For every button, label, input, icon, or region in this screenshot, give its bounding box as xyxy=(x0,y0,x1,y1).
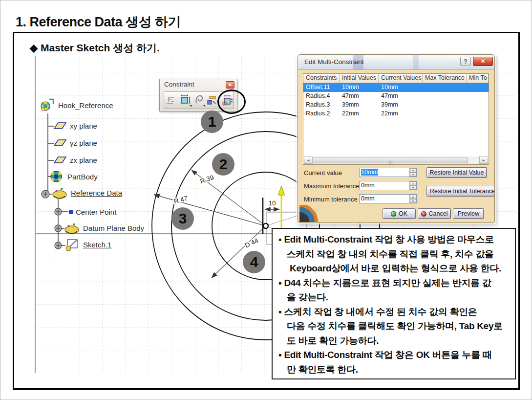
notes-panel: ▪ Edit Multi-Constraint 작업 창 사용 방법은 마우스로… xyxy=(272,228,516,379)
dialog-titlebar[interactable]: Edit Multi-Constraint ? ✕ xyxy=(298,55,494,70)
max-tolerance-label: Maximum tolerance xyxy=(304,182,359,190)
tree-item-zx-plane[interactable]: zx plane xyxy=(52,155,97,165)
restore-initial-tolerances-button[interactable]: Restore Initial Tolerances xyxy=(427,186,495,196)
max-tolerance-input[interactable]: 0mm ▲▼ xyxy=(359,181,417,190)
tree-item-hook-reference[interactable]: Hook_Reference xyxy=(39,97,113,113)
dropdown-caret-icon xyxy=(203,105,205,107)
contact-constraint-icon[interactable] xyxy=(192,93,205,107)
col-header-min-tolerance[interactable]: Min To xyxy=(467,74,489,83)
point-icon xyxy=(69,210,73,214)
help-button[interactable]: ? xyxy=(460,57,471,66)
table-row[interactable]: Radius.4 47mm 47mm xyxy=(303,92,489,101)
constraints-dialog-icon[interactable] xyxy=(179,93,192,107)
note-line: 만 확인토록 한다. xyxy=(273,362,512,377)
spinner-down-icon[interactable]: ▼ xyxy=(410,199,416,203)
constraints-table: Constraints Initial Values Current Value… xyxy=(303,73,489,165)
tree-item-center-point[interactable]: Center Point xyxy=(69,208,116,216)
horizontal-scrollbar[interactable]: ◄ ||| ► xyxy=(304,156,488,164)
green-dot-icon xyxy=(391,211,396,217)
geometrical-set-icon xyxy=(51,185,68,200)
dialog-close-button[interactable]: ✕ xyxy=(473,57,493,66)
tree-item-yz-plane[interactable]: yz plane xyxy=(52,138,97,148)
table-row[interactable]: Offset.11 10mm 10mm xyxy=(303,83,489,92)
note-line: 다음 수정 치수를 클릭해도 확인 가능하며, Tab Key로 xyxy=(273,319,512,333)
table-row[interactable]: Radius.2 22mm 22mm xyxy=(303,110,489,118)
callout-2: 2 xyxy=(212,153,234,176)
part-icon xyxy=(39,97,56,113)
callout-4: 4 xyxy=(243,251,265,273)
table-row[interactable]: Radius.3 39mm 39mm xyxy=(303,101,489,110)
callout-1: 1 xyxy=(201,111,223,133)
note-line: 을 갖는다. xyxy=(273,290,512,305)
tree-item-xy-plane[interactable]: xy plane xyxy=(52,121,97,131)
tree-item-datum-plane-body[interactable]: Datum Plane Body xyxy=(63,221,144,235)
center-point-marker xyxy=(263,223,268,228)
restore-initial-value-button[interactable]: Restore Initial Value xyxy=(427,168,487,178)
body-gear-icon xyxy=(48,169,65,184)
grip-icon: ||| xyxy=(388,160,393,164)
spinner-up-icon[interactable]: ▲ xyxy=(410,195,416,199)
preview-button[interactable]: Preview xyxy=(453,209,484,219)
ok-button[interactable]: OK xyxy=(383,209,415,219)
red-dot-icon xyxy=(421,211,426,217)
dropdown-caret-icon xyxy=(190,105,192,107)
note-line: ▪ D44 치수는 지름으로 표현 되지만 실제는 반지름 값 xyxy=(273,276,512,290)
plane-icon xyxy=(52,138,67,148)
spinner-down-icon[interactable]: ▼ xyxy=(410,173,416,177)
tree-item-partbody[interactable]: PartBody xyxy=(48,169,98,184)
scroll-right-arrow-icon[interactable]: ► xyxy=(479,156,488,164)
section-heading: ◆ Master Sketch 생성 하기. xyxy=(30,41,160,55)
tree-item-reference-data[interactable]: Reference Data xyxy=(51,185,122,200)
dialog-title: Edit Multi-Constraint xyxy=(304,58,364,66)
dim-label-10[interactable]: 10 xyxy=(268,200,276,207)
sketch-icon xyxy=(64,237,81,252)
note-line: ▪ Edit Multi-Constraint 작업 창 사용 방법은 마우스로 xyxy=(273,232,512,247)
scroll-left-arrow-icon[interactable]: ◄ xyxy=(304,156,313,164)
col-header-constraints[interactable]: Constraints xyxy=(303,74,340,83)
auto-constraint-icon[interactable] xyxy=(165,93,177,107)
spinner-up-icon[interactable]: ▲ xyxy=(410,181,416,186)
col-header-initial-values[interactable]: Initial Values xyxy=(340,74,379,83)
scrollbar-thumb[interactable]: ||| xyxy=(314,157,468,163)
spinner-up-icon[interactable]: ▲ xyxy=(410,168,416,173)
table-header-row: Constraints Initial Values Current Value… xyxy=(303,74,489,83)
tutorial-slide: 1. Reference Data 생성 하기 xyxy=(0,0,532,400)
current-value-label: Current value xyxy=(304,169,342,177)
highlight-ellipse-annotation xyxy=(217,89,246,114)
current-value-input[interactable]: 10mm ▲▼ xyxy=(359,168,417,177)
tree-item-sketch1[interactable]: Sketch.1 xyxy=(64,237,111,252)
note-line: 스케치 작업 창 내의 치수를 직접 클릭 후, 치수 값을 xyxy=(273,247,512,262)
note-line: 도 바로 확인 가능하다. xyxy=(273,333,512,348)
note-line: ▪ 스케치 작업 창 내에서 수정 된 치수 값의 확인은 xyxy=(273,305,512,319)
geometrical-set-icon xyxy=(63,221,81,235)
col-header-current-values[interactable]: Current Values xyxy=(379,74,423,83)
plane-icon xyxy=(52,121,67,131)
col-header-max-tolerance[interactable]: Max Tolerance xyxy=(423,74,467,83)
catia-logo-icon xyxy=(299,205,323,222)
edit-multi-constraint-dialog: Edit Multi-Constraint ? ✕ Constraints In… xyxy=(298,54,495,223)
cancel-button[interactable]: Cancel xyxy=(418,209,450,219)
note-line: Keyboard상에서 바로 입력하는 형식으로 사용 한다. xyxy=(273,261,334,276)
min-tolerance-label: Minimum tolerance xyxy=(304,196,358,203)
toolbar-title: Constraint xyxy=(164,81,194,88)
plane-icon xyxy=(52,155,67,165)
callout-3: 3 xyxy=(171,207,194,230)
spinner-down-icon[interactable]: ▼ xyxy=(410,186,416,190)
toolbar-close-button[interactable]: ✕ xyxy=(226,81,234,89)
min-tolerance-input[interactable]: 0mm ▲▼ xyxy=(359,194,417,203)
note-line: ▪ Edit Multi-Constraint 작업 창은 OK 버튼을 누를 … xyxy=(273,348,512,362)
